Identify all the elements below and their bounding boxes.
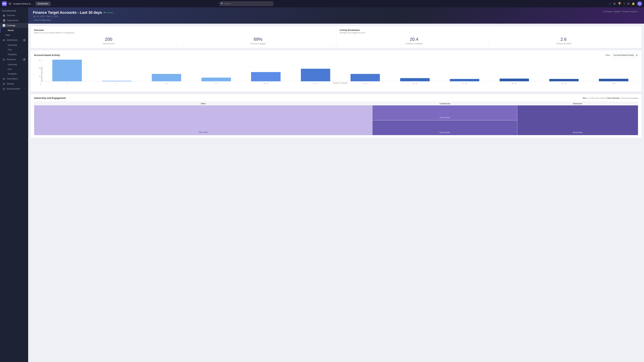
overview-icon: ▦ <box>2 14 5 17</box>
activity-breakdown-title: Activity Breakdown <box>340 29 638 31</box>
workspace-title: Gradient Works Bo... <box>13 2 33 5</box>
star-icon[interactable]: ☆ <box>609 2 611 5</box>
bar-label: 14 - 17 <box>313 83 318 84</box>
bar-label: 0 <box>67 83 68 84</box>
coverage-icon: 📊 <box>2 24 5 27</box>
activities-completed-value: 20.4 <box>340 37 489 42</box>
search-input[interactable] <box>220 1 273 6</box>
sidebar-item-documentation[interactable]: ⊞ Documentation ↗ <box>0 86 28 91</box>
sidebar-item-label: Reps <box>5 34 10 36</box>
bar[interactable] <box>102 81 132 81</box>
bar[interactable] <box>450 79 479 81</box>
treemap-col-other: Other User User <box>34 102 372 135</box>
view-select[interactable]: Account-based Activity Contact-based Act… <box>611 53 638 57</box>
sidebar-item-label: Templates <box>8 53 17 56</box>
commercial-col-header: Commercial <box>372 102 517 105</box>
sidebar-item-label: Documentation <box>7 88 20 90</box>
commercial-cells: Chloe Closer Daniel Dialer <box>372 105 517 135</box>
treemap-cell-chloe[interactable]: Chloe Closer <box>372 105 517 120</box>
bar[interactable] <box>500 79 529 81</box>
top-nav-actions: ☆ ⊞ 🏆 ? ⚙ 🔔 GU <box>609 1 642 6</box>
chart-header: Account-based Activity View: Account-bas… <box>34 53 638 57</box>
bookbuilder-tab[interactable]: Bookbuilder <box>36 1 51 6</box>
bar-label: 1 <box>116 83 117 84</box>
sidebar-item-ret-templates[interactable]: Templates <box>0 71 28 76</box>
sidebar-item-automations[interactable]: ⊞ Automations <box>0 76 28 81</box>
account-activity-chart-section: Account-based Activity View: Account-bas… <box>30 50 642 92</box>
bar[interactable] <box>400 78 430 81</box>
total-accounts-value: 200 <box>34 37 183 42</box>
size-desc: % of Accounts Owned, <box>588 97 606 99</box>
sidebar-item-dist-upcoming[interactable]: Upcoming <box>0 43 28 47</box>
sidebar-item-ret-past[interactable]: Past <box>0 67 28 71</box>
activity-metrics: 20.4 Activities Completed 2.6 Contacts R… <box>340 36 638 45</box>
gear-icon[interactable]: ⚙ <box>627 2 630 5</box>
avatar[interactable]: GU <box>637 1 642 6</box>
bar[interactable] <box>52 60 82 81</box>
sidebar-item-target-books[interactable]: 📓 Target Books <box>0 18 28 23</box>
app-logo[interactable]: GW <box>2 1 7 6</box>
retrievals-add-button[interactable]: + <box>23 58 26 61</box>
sidebar-section-label: BOOKBUILDER <box>0 7 28 13</box>
distributions-add-button[interactable]: + <box>23 38 26 41</box>
daniel-dialer-label: Daniel Dialer <box>440 131 450 133</box>
automations-icon: ⊞ <box>2 77 5 80</box>
bell-icon[interactable]: 🔔 <box>632 2 635 5</box>
activities-completed-label: Activities Completed <box>340 42 489 44</box>
treemap-cell-user-user[interactable]: User User <box>34 105 372 135</box>
sidebar-item-dist-past[interactable]: Past <box>0 47 28 52</box>
search-icon: 🔍 <box>221 2 224 5</box>
retrievals-icon: ⊞ <box>2 58 5 61</box>
overview-title: Overview <box>34 29 333 31</box>
chevron-right-icon: › <box>33 19 34 21</box>
app-body: BOOKBUILDER ▦ Overview 📓 Target Books 📊 … <box>0 7 644 362</box>
search-container: 🔍 <box>220 1 273 6</box>
sidebar-item-label: Coverage <box>7 24 16 27</box>
question-icon[interactable]: ? <box>624 2 625 5</box>
sidebar-item-label: Overview <box>7 14 15 16</box>
sidebar-item-distributions[interactable]: ⊞ Distributions + <box>0 37 28 43</box>
grid-icon[interactable]: ⊞ <box>9 2 11 5</box>
sidebar-item-settings[interactable]: ⊞ Settings <box>0 81 28 86</box>
bar[interactable] <box>301 69 330 81</box>
sidebar-item-label: Upcoming <box>8 44 17 46</box>
bar[interactable] <box>202 78 231 81</box>
sidebar-item-retrievals[interactable]: ⊞ Retrievals + <box>0 57 28 62</box>
bar-label: 27 - 56 <box>462 83 467 84</box>
treemap-cell-daniel[interactable]: Daniel Dialer <box>372 120 517 135</box>
ownership-title: Ownership and Engagement <box>34 97 66 99</box>
sidebar-item-coverage[interactable]: 📊 Coverage <box>0 23 28 28</box>
main-content: Finance Target Accounts - Last 30 days S… <box>28 7 644 362</box>
activity-breakdown-subtitle: Averages per engaged account <box>340 32 638 34</box>
bar[interactable] <box>350 74 380 81</box>
treemap-col-commercial: Commercial Chloe Closer Daniel Dialer <box>372 102 517 135</box>
enterprise-col-header: Enterprise <box>518 102 638 105</box>
bar[interactable] <box>549 79 578 81</box>
sidebar-item-market[interactable]: Market <box>0 28 28 33</box>
bar[interactable] <box>152 74 181 81</box>
date-range: Jan 16, 2023 - Feb 15, 2023 <box>33 15 113 17</box>
bar-label: 6 - 9 <box>215 83 218 84</box>
accounts-engaged-label: Accounts Engaged <box>184 42 333 44</box>
bar[interactable] <box>251 72 280 81</box>
view-configuration-link[interactable]: › View Configuration <box>33 19 113 21</box>
treemap-cell-sarah[interactable]: Sarah Sales <box>518 105 638 135</box>
plus-grid-icon[interactable]: ⊞ <box>614 2 616 5</box>
success-dot <box>104 12 105 13</box>
sidebar-item-dist-templates[interactable]: Templates <box>0 52 28 57</box>
top-navigation: GW ⊞ Gradient Works Bo... Bookbuilder 🔍 … <box>0 0 644 7</box>
sidebar-item-ret-upcoming[interactable]: Upcoming <box>0 62 28 67</box>
trophy-icon[interactable]: 🏆 <box>618 2 621 5</box>
sidebar-item-label: Upcoming <box>8 63 17 66</box>
bar[interactable] <box>599 79 628 81</box>
sidebar: BOOKBUILDER ▦ Overview 📓 Target Books 📊 … <box>0 7 28 362</box>
status-badge: Success <box>104 11 113 14</box>
contacts-reached-label: Contacts Reached <box>489 42 638 44</box>
sidebar-item-reps[interactable]: Reps <box>0 33 28 37</box>
sidebar-item-overview[interactable]: ▦ Overview <box>0 13 28 18</box>
external-link-icon: ↗ <box>24 88 26 90</box>
bar-label: 10 - 13 <box>264 83 268 84</box>
treemap-col-enterprise: Enterprise Sarah Sales <box>517 102 638 135</box>
overview-metrics: 200 Total Accounts 69% Accounts Engaged <box>34 36 333 45</box>
header-banner: Finance Target Accounts - Last 30 days S… <box>28 7 644 24</box>
